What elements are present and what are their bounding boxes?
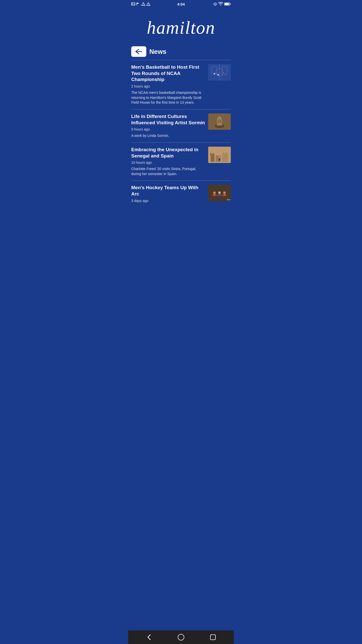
vibrate-icon bbox=[213, 2, 217, 6]
news-time-4: 3 days ago bbox=[131, 199, 206, 203]
hamilton-logo-svg: hamilton bbox=[141, 16, 221, 38]
news-time-3: 10 hours ago bbox=[131, 160, 206, 165]
bottom-nav bbox=[128, 630, 234, 644]
news-item-4[interactable]: Men's Hockey Teams Up With Arc 3 days ag… bbox=[131, 180, 231, 209]
svg-rect-32 bbox=[210, 153, 211, 155]
news-title-4: Men's Hockey Teams Up With Arc bbox=[131, 185, 206, 197]
news-list: Men's Basketball to Host First Two Round… bbox=[128, 60, 234, 209]
nav-home-icon bbox=[177, 633, 185, 641]
back-button[interactable] bbox=[131, 46, 146, 57]
hamilton-logo: hamilton bbox=[141, 16, 221, 39]
nav-back-icon bbox=[145, 633, 153, 641]
svg-point-27 bbox=[225, 73, 227, 75]
news-time-2: 9 hours ago bbox=[131, 127, 206, 131]
svg-point-44 bbox=[218, 191, 221, 194]
svg-point-26 bbox=[217, 74, 219, 75]
svg-point-46 bbox=[223, 191, 226, 194]
svg-point-25 bbox=[222, 72, 224, 74]
svg-rect-43 bbox=[213, 194, 216, 196]
wifi-icon bbox=[218, 2, 223, 6]
news-thumbnail-3 bbox=[208, 147, 231, 163]
svg-rect-9 bbox=[215, 5, 215, 5]
nav-square-icon bbox=[209, 633, 217, 641]
news-excerpt-3: Charlotte Freed '20 visits Sintra, Portu… bbox=[131, 167, 206, 176]
news-content-3: Embracing the Unexpected in Senegal and … bbox=[131, 147, 206, 177]
news-item-1[interactable]: Men's Basketball to Host First Two Round… bbox=[131, 60, 231, 109]
news-title-1: Men's Basketball to Host First Two Round… bbox=[131, 64, 206, 83]
svg-text:!: ! bbox=[143, 4, 144, 6]
page-title: News bbox=[149, 48, 166, 56]
news-thumbnail-4: Arc bbox=[208, 185, 231, 201]
svg-point-24 bbox=[214, 73, 215, 74]
news-item-2[interactable]: Life in Different Cultures Influenced Vi… bbox=[131, 109, 231, 142]
travel-thumbnail bbox=[208, 147, 231, 163]
header-nav: News bbox=[128, 44, 234, 60]
news-excerpt-2: A work by Linda Sormin. bbox=[131, 133, 206, 138]
svg-text:!: ! bbox=[148, 4, 149, 6]
news-title-3: Embracing the Unexpected in Senegal and … bbox=[131, 147, 206, 159]
svg-rect-36 bbox=[223, 152, 224, 155]
news-content-4: Men's Hockey Teams Up With Arc 3 days ag… bbox=[131, 185, 206, 205]
svg-rect-37 bbox=[226, 152, 227, 155]
logo-container: hamilton bbox=[128, 8, 234, 44]
svg-rect-0 bbox=[131, 3, 135, 5]
news-excerpt-1: The NCAA men's basketball championship i… bbox=[131, 90, 206, 105]
svg-rect-47 bbox=[223, 194, 226, 196]
news-content-1: Men's Basketball to Host First Two Round… bbox=[131, 64, 206, 105]
battery-icon bbox=[224, 2, 231, 6]
basketball-thumbnail bbox=[208, 64, 231, 80]
svg-text:Arc: Arc bbox=[227, 198, 231, 201]
svg-point-49 bbox=[178, 634, 184, 640]
svg-rect-15 bbox=[225, 3, 229, 5]
svg-rect-50 bbox=[210, 635, 215, 640]
nav-square-button[interactable] bbox=[209, 633, 217, 641]
news-title-2: Life in Different Cultures Influenced Vi… bbox=[131, 113, 206, 126]
svg-point-42 bbox=[213, 191, 216, 194]
news-thumbnail-2 bbox=[208, 113, 231, 130]
svg-text:hamilton: hamilton bbox=[147, 18, 215, 38]
status-icons-right bbox=[213, 2, 231, 6]
svg-rect-33 bbox=[213, 153, 214, 155]
news-item-3[interactable]: Embracing the Unexpected in Senegal and … bbox=[131, 142, 231, 181]
status-icons-left: ! ! bbox=[131, 2, 150, 6]
flag-icon bbox=[136, 2, 140, 6]
status-time: 4:04 bbox=[177, 2, 185, 6]
svg-rect-45 bbox=[218, 194, 221, 196]
nav-back-button[interactable] bbox=[145, 633, 153, 641]
svg-marker-2 bbox=[137, 3, 139, 4]
warning2-icon: ! bbox=[146, 2, 150, 6]
svg-rect-16 bbox=[230, 4, 231, 5]
news-time-1: 2 hours ago bbox=[131, 84, 206, 88]
art-thumbnail bbox=[208, 113, 231, 130]
status-bar: ! ! 4:04 bbox=[128, 0, 234, 8]
hockey-thumbnail: Arc bbox=[208, 185, 231, 201]
back-arrow-icon bbox=[135, 49, 142, 54]
photos-icon bbox=[131, 2, 135, 6]
svg-rect-39 bbox=[219, 158, 220, 161]
nav-home-button[interactable] bbox=[177, 633, 185, 641]
news-thumbnail-1 bbox=[208, 64, 231, 80]
news-content-2: Life in Different Cultures Influenced Vi… bbox=[131, 113, 206, 138]
warning-icon: ! bbox=[141, 2, 145, 6]
svg-point-38 bbox=[218, 156, 220, 158]
